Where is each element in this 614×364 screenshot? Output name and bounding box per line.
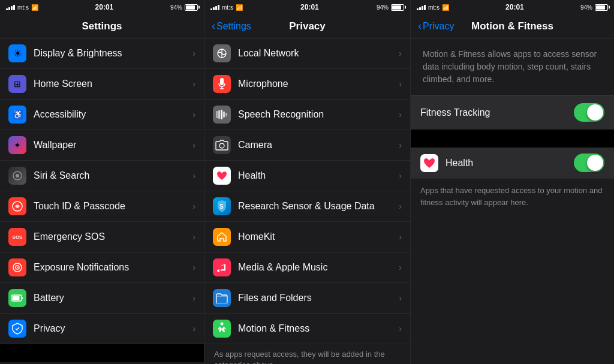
svg-rect-22 — [223, 112, 225, 118]
left-item-exposure[interactable]: Exposure Notifications › — [0, 252, 204, 283]
camera-chevron: › — [399, 140, 402, 150]
microphone-chevron: › — [399, 79, 402, 89]
motion-icon — [213, 320, 231, 338]
mid-item-files[interactable]: Files and Folders › — [204, 283, 410, 314]
right-nav-bar: ‹ Privacy Motion & Fitness — [411, 14, 614, 38]
right-back-label: Privacy — [423, 21, 454, 32]
display-label: Display & Brightness — [34, 48, 190, 59]
bar1 — [6, 8, 8, 10]
mid-back-chevron: ‹ — [212, 20, 215, 32]
left-panel: mt:s 📶 20:01 94% Settings ☀ Display & Br… — [0, 0, 204, 364]
mid-item-homekit[interactable]: HomeKit › — [204, 222, 410, 252]
left-item-sos[interactable]: SOS Emergency SOS › — [0, 222, 204, 252]
right-description: Motion & Fitness allows apps to access s… — [411, 38, 614, 95]
right-status-left: mt:s 📶 — [417, 4, 449, 11]
right-back-button[interactable]: ‹ Privacy — [418, 20, 454, 32]
mid-back-button[interactable]: ‹ Settings — [212, 20, 251, 32]
bar2 — [8, 7, 10, 10]
left-item-accessibility[interactable]: ♿ Accessibility › — [0, 100, 204, 130]
mid-item-health[interactable]: Health › — [204, 161, 410, 191]
sos-label: Emergency SOS — [34, 231, 190, 242]
mid-back-label: Settings — [216, 21, 251, 32]
left-separator — [0, 344, 204, 362]
mid-wifi-icon: 📶 — [236, 4, 243, 11]
homekit-icon — [213, 228, 231, 246]
mid-item-media[interactable]: Media & Apple Music › — [204, 252, 410, 283]
research-chevron: › — [399, 201, 402, 211]
localnet-chevron: › — [399, 49, 402, 58]
left-item-siri[interactable]: Siri & Search › — [0, 161, 204, 191]
left-item-privacy[interactable]: Privacy › — [0, 314, 204, 344]
mid-item-motion[interactable]: Motion & Fitness › — [204, 314, 410, 344]
svg-point-26 — [221, 323, 224, 326]
wallpaper-chevron: › — [192, 140, 195, 150]
left-title: Settings — [82, 20, 122, 32]
home-label: Home Screen — [34, 79, 190, 89]
left-battery-icon — [185, 4, 198, 11]
right-health-row[interactable]: Health — [411, 148, 614, 179]
mid-item-camera[interactable]: Camera › — [204, 130, 410, 161]
media-chevron: › — [399, 263, 402, 272]
mid-item-speech[interactable]: Speech Recognition › — [204, 100, 410, 130]
left-item-touchid[interactable]: Touch ID & Passcode › — [0, 191, 204, 222]
left-wifi-icon: 📶 — [31, 4, 38, 11]
speech-label: Speech Recognition — [238, 109, 396, 120]
accessibility-label: Accessibility — [34, 109, 190, 120]
left-item-battery[interactable]: Battery › — [0, 283, 204, 314]
health-icon-item — [213, 167, 231, 185]
mid-item-localnet[interactable]: Local Network › — [204, 38, 410, 69]
right-time: 20:01 — [505, 3, 524, 11]
left-status-right: 94% — [170, 4, 198, 11]
left-item-home[interactable]: ⊞ Home Screen › — [0, 69, 204, 100]
left-item-wallpaper[interactable]: ✦ Wallpaper › — [0, 130, 204, 161]
right-health-description: Apps that have requested access to your … — [411, 179, 614, 214]
mid-carrier: mt:s — [222, 4, 233, 11]
microphone-label: Microphone — [238, 79, 396, 89]
motion-chevron: › — [399, 324, 402, 333]
right-battery-icon — [595, 4, 608, 11]
accessibility-icon: ♿ — [8, 106, 26, 124]
right-health-toggle[interactable] — [574, 154, 604, 172]
right-fitness-label: Fitness Tracking — [420, 107, 574, 118]
health-chevron: › — [399, 171, 402, 181]
mid-footer: As apps request access, they will be add… — [204, 344, 410, 364]
display-chevron: › — [192, 49, 195, 58]
mid-nav-bar: ‹ Settings Privacy — [204, 14, 410, 38]
left-status-bar: mt:s 📶 20:01 94% — [0, 0, 204, 14]
battery-chevron: › — [192, 293, 195, 303]
mid-item-research[interactable]: S Research Sensor & Usage Data › — [204, 191, 410, 222]
bar4 — [13, 5, 15, 10]
speech-icon — [213, 106, 231, 124]
motion-label: Motion & Fitness — [238, 323, 396, 334]
right-fitness-knob — [587, 104, 603, 121]
wallpaper-icon: ✦ — [8, 136, 26, 154]
exposure-label: Exposure Notifications — [34, 262, 190, 273]
right-health-icon — [420, 154, 438, 172]
right-signal-bars — [417, 4, 426, 10]
right-health-label: Health — [446, 158, 567, 169]
mid-status-left: mt:s 📶 — [210, 4, 243, 11]
right-fitness-toggle[interactable] — [574, 103, 604, 122]
svg-point-1 — [16, 174, 19, 178]
camera-icon — [213, 136, 231, 154]
localnet-icon — [213, 44, 231, 62]
privacy-label: Privacy — [34, 323, 190, 334]
right-battery-pct: 94% — [580, 4, 592, 11]
battery-icon-item — [8, 289, 26, 307]
research-icon: S — [213, 197, 231, 215]
right-separator — [411, 130, 614, 148]
left-status-left: mt:s 📶 — [6, 4, 38, 11]
siri-chevron: › — [192, 171, 195, 181]
exposure-icon — [8, 258, 26, 276]
svg-rect-19 — [216, 111, 218, 118]
mid-panel: mt:s 📶 20:01 94% ‹ Settings Privacy Loca… — [204, 0, 411, 364]
media-label: Media & Apple Music — [238, 262, 396, 273]
left-item-display[interactable]: ☀ Display & Brightness › — [0, 38, 204, 69]
svg-rect-16 — [220, 78, 224, 85]
homekit-chevron: › — [399, 232, 402, 242]
right-status-right: 94% — [580, 4, 608, 11]
right-detail-panel: Motion & Fitness allows apps to access s… — [411, 38, 614, 364]
files-label: Files and Folders — [238, 293, 396, 303]
research-label: Research Sensor & Usage Data — [238, 201, 396, 212]
mid-item-microphone[interactable]: Microphone › — [204, 69, 410, 100]
